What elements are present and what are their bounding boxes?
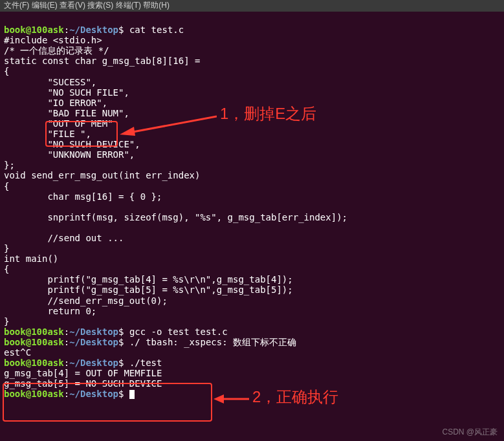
cmd-cat: cat test.c bbox=[129, 25, 184, 35]
src-line: snprintf(msg, sizeof(msg), "%s", g_msg_t… bbox=[4, 212, 347, 222]
src-line: char msg[16] = { 0 }; bbox=[4, 191, 162, 202]
src-line: { bbox=[4, 66, 9, 76]
arrow-icon-2 bbox=[214, 391, 249, 407]
src-line: { bbox=[4, 181, 9, 191]
src-line: //send_err_msg_out(0); bbox=[4, 296, 168, 306]
svg-marker-1 bbox=[120, 127, 135, 136]
prompt: book@100ask:~/Desktop$ bbox=[4, 327, 124, 337]
prompt: book@100ask:~/Desktop$ bbox=[4, 337, 124, 347]
src-line: "UNKNOWN ERROR", bbox=[4, 149, 135, 160]
annotation-2: 2，正确执行 bbox=[252, 388, 338, 406]
highlight-box-1 bbox=[45, 121, 118, 147]
annotation-1: 1，删掉E之后 bbox=[220, 105, 316, 123]
src-line: } bbox=[4, 243, 9, 253]
src-line: } bbox=[4, 316, 9, 327]
svg-line-0 bbox=[129, 116, 217, 133]
src-line: //send out ... bbox=[4, 233, 124, 243]
src-line: #include <stdio.h> bbox=[4, 35, 102, 45]
output-line: g_msg_tab[4] = OUT OF MEMFILE bbox=[4, 368, 168, 378]
menu-bar[interactable]: 文件(F) 编辑(E) 查看(V) 搜索(S) 终端(T) 帮助(H) bbox=[0, 0, 504, 12]
src-line: int main() bbox=[4, 253, 58, 264]
output-line: est^C bbox=[4, 347, 31, 358]
arrow-icon-1 bbox=[120, 110, 217, 136]
src-line: "BAD FILE NUM", bbox=[4, 108, 129, 118]
src-line: { bbox=[4, 264, 9, 274]
prompt: book@100ask:~/Desktop$ bbox=[4, 25, 124, 35]
cmd-run: ./test bbox=[129, 358, 162, 368]
src-line: "SUCESS", bbox=[4, 77, 96, 87]
src-line: printf("g_msg_tab[5] = %s\r\n",g_msg_tab… bbox=[4, 285, 293, 295]
src-line: /* 一个信息的记录表 */ bbox=[4, 45, 109, 56]
src-line: printf("g_msg_tab[4] = %s\r\n",g_msg_tab… bbox=[4, 274, 293, 285]
watermark: CSDN @风正豪 bbox=[442, 428, 498, 437]
src-line: return 0; bbox=[4, 306, 96, 316]
src-line: "IO ERROR", bbox=[4, 98, 107, 108]
prompt-user: book@100ask bbox=[4, 25, 64, 35]
highlight-box-2 bbox=[3, 383, 212, 422]
src-line: }; bbox=[4, 160, 15, 170]
src-line: void send_err_msg_out(int err_index) bbox=[4, 170, 200, 180]
cmd-bad: ./ tbash: _xspecs: 数组下标不正确 bbox=[129, 337, 296, 347]
prompt: book@100ask:~/Desktop$ bbox=[4, 358, 124, 368]
terminal-area[interactable]: book@100ask:~/Desktop$ cat test.c #inclu… bbox=[0, 12, 504, 402]
src-line: static const char g_msg_tab[8][16] = bbox=[4, 56, 200, 66]
cmd-gcc: gcc -o test test.c bbox=[129, 327, 228, 337]
svg-marker-3 bbox=[214, 394, 224, 403]
src-line: "NO SUCH FILE", bbox=[4, 87, 129, 98]
prompt-path: ~/Desktop bbox=[69, 25, 118, 35]
